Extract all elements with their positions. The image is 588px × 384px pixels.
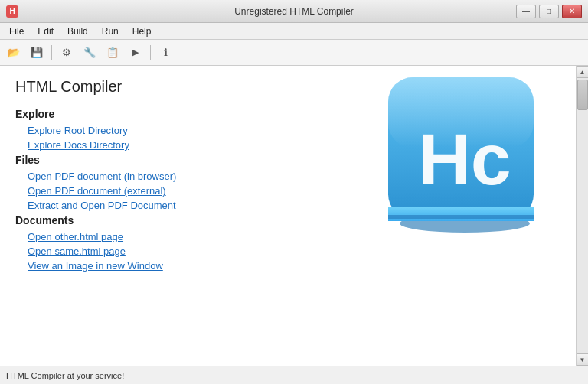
run-button[interactable] (125, 43, 146, 63)
menu-file[interactable]: File (3, 24, 30, 38)
toolbar (0, 40, 588, 66)
window-title: Unregistered HTML Compiler (234, 6, 354, 17)
menu-bar: File Edit Build Run Help (0, 23, 588, 40)
svg-rect-2 (388, 207, 534, 221)
info-button[interactable] (155, 43, 176, 63)
menu-help[interactable]: Help (126, 24, 158, 38)
scroll-thumb[interactable] (577, 80, 588, 110)
close-button[interactable]: ✕ (562, 5, 582, 18)
svg-rect-3 (388, 215, 534, 219)
status-text: HTML Compiler at your service! (6, 371, 124, 380)
maximize-button[interactable]: □ (539, 5, 559, 18)
open-button[interactable] (3, 43, 24, 63)
status-bar: HTML Compiler at your service! (0, 366, 588, 384)
title-bar-left: H (6, 5, 18, 18)
view-image-link[interactable]: View an Image in new Window (28, 260, 560, 272)
window-controls: — □ ✕ (516, 5, 582, 18)
title-bar: H Unregistered HTML Compiler — □ ✕ (0, 0, 588, 23)
menu-build[interactable]: Build (61, 24, 94, 38)
app-icon: H (6, 5, 18, 18)
minimize-button[interactable]: — (516, 5, 536, 18)
content-area: Hc HTML Compiler Explore Explore Root Di… (0, 66, 576, 366)
menu-run[interactable]: Run (96, 24, 125, 38)
build3-button[interactable] (102, 43, 123, 63)
logo-container: Hc (384, 73, 553, 242)
build1-button[interactable] (56, 43, 77, 63)
hc-logo: Hc (384, 73, 545, 234)
toolbar-separator-2 (150, 45, 151, 60)
scroll-up-arrow[interactable]: ▲ (577, 66, 589, 78)
open-same-html-link[interactable]: Open same.html page (28, 246, 560, 257)
scroll-down-arrow[interactable]: ▼ (577, 353, 589, 366)
main-area: Hc HTML Compiler Explore Explore Root Di… (0, 66, 588, 366)
build2-button[interactable] (79, 43, 100, 63)
toolbar-separator-1 (51, 45, 52, 60)
scrollbar[interactable]: ▲ ▼ (576, 66, 588, 366)
save-button[interactable] (26, 43, 47, 63)
svg-text:Hc: Hc (418, 119, 511, 200)
scroll-track[interactable] (577, 78, 588, 353)
menu-edit[interactable]: Edit (31, 24, 60, 38)
